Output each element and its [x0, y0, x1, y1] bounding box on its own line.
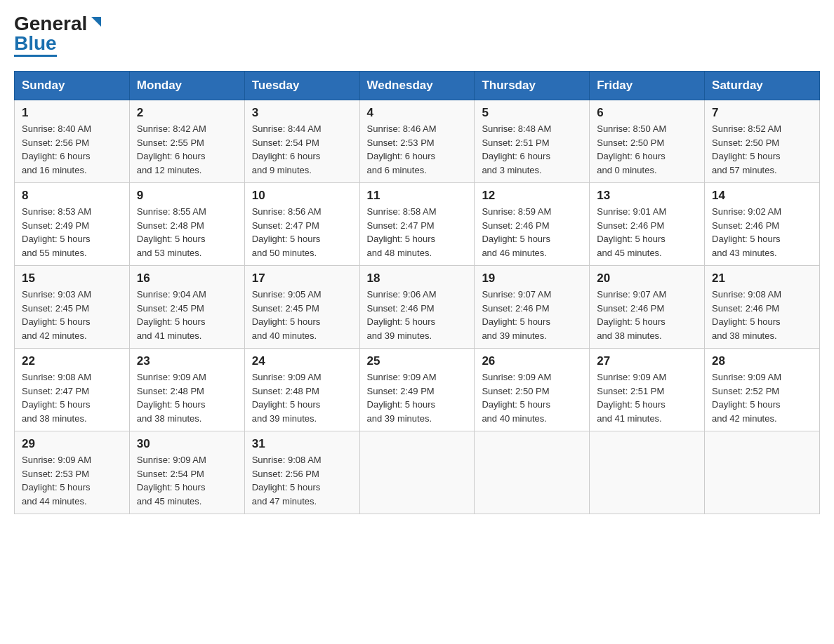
svg-marker-0	[91, 17, 101, 27]
day-number: 31	[252, 437, 352, 451]
calendar-day-cell: 23Sunrise: 9:09 AM Sunset: 2:48 PM Dayli…	[129, 349, 244, 431]
day-number: 5	[482, 106, 582, 120]
day-number: 18	[367, 271, 468, 286]
day-info: Sunrise: 9:09 AM Sunset: 2:53 PM Dayligh…	[22, 453, 122, 508]
calendar-day-cell: 31Sunrise: 9:08 AM Sunset: 2:56 PM Dayli…	[244, 431, 359, 514]
day-number: 13	[597, 189, 697, 203]
calendar-week-row: 22Sunrise: 9:08 AM Sunset: 2:47 PM Dayli…	[15, 349, 820, 431]
calendar-header-row: SundayMondayTuesdayWednesdayThursdayFrid…	[15, 72, 820, 100]
calendar-empty-cell	[705, 431, 820, 514]
day-number: 8	[22, 189, 122, 203]
column-header-monday: Monday	[129, 72, 244, 100]
calendar-week-row: 15Sunrise: 9:03 AM Sunset: 2:45 PM Dayli…	[15, 266, 820, 349]
day-number: 28	[712, 354, 812, 368]
day-number: 4	[367, 106, 468, 120]
day-number: 30	[137, 437, 237, 451]
logo-blue-text: Blue	[14, 34, 57, 53]
day-info: Sunrise: 9:06 AM Sunset: 2:46 PM Dayligh…	[367, 288, 468, 342]
day-info: Sunrise: 9:08 AM Sunset: 2:56 PM Dayligh…	[252, 453, 352, 508]
day-number: 22	[22, 354, 122, 368]
calendar-week-row: 1Sunrise: 8:40 AM Sunset: 2:56 PM Daylig…	[15, 100, 820, 183]
day-info: Sunrise: 9:04 AM Sunset: 2:45 PM Dayligh…	[137, 288, 237, 342]
day-number: 29	[22, 437, 122, 451]
day-number: 1	[22, 106, 122, 120]
day-number: 17	[252, 271, 352, 286]
calendar-week-row: 8Sunrise: 8:53 AM Sunset: 2:49 PM Daylig…	[15, 183, 820, 266]
column-header-wednesday: Wednesday	[359, 72, 475, 100]
day-number: 9	[137, 189, 237, 203]
day-info: Sunrise: 9:01 AM Sunset: 2:46 PM Dayligh…	[597, 205, 697, 260]
day-info: Sunrise: 9:02 AM Sunset: 2:46 PM Dayligh…	[712, 205, 812, 260]
day-info: Sunrise: 8:46 AM Sunset: 2:53 PM Dayligh…	[367, 122, 468, 177]
calendar-day-cell: 24Sunrise: 9:09 AM Sunset: 2:48 PM Dayli…	[244, 349, 359, 431]
day-number: 19	[482, 271, 582, 286]
calendar-empty-cell	[359, 431, 475, 514]
day-info: Sunrise: 9:03 AM Sunset: 2:45 PM Dayligh…	[22, 288, 122, 342]
day-info: Sunrise: 8:50 AM Sunset: 2:50 PM Dayligh…	[597, 122, 697, 177]
day-info: Sunrise: 9:07 AM Sunset: 2:46 PM Dayligh…	[597, 288, 697, 342]
day-info: Sunrise: 9:09 AM Sunset: 2:48 PM Dayligh…	[137, 370, 237, 425]
column-header-tuesday: Tuesday	[244, 72, 359, 100]
logo: General Blue	[14, 14, 104, 57]
calendar-day-cell: 10Sunrise: 8:56 AM Sunset: 2:47 PM Dayli…	[244, 183, 359, 266]
day-info: Sunrise: 9:05 AM Sunset: 2:45 PM Dayligh…	[252, 288, 352, 342]
day-number: 20	[597, 271, 697, 286]
calendar-day-cell: 14Sunrise: 9:02 AM Sunset: 2:46 PM Dayli…	[705, 183, 820, 266]
calendar-day-cell: 25Sunrise: 9:09 AM Sunset: 2:49 PM Dayli…	[359, 349, 475, 431]
day-number: 10	[252, 189, 352, 203]
day-number: 7	[712, 106, 812, 120]
calendar-day-cell: 21Sunrise: 9:08 AM Sunset: 2:46 PM Dayli…	[705, 266, 820, 349]
day-info: Sunrise: 9:09 AM Sunset: 2:50 PM Dayligh…	[482, 370, 582, 425]
calendar-day-cell: 4Sunrise: 8:46 AM Sunset: 2:53 PM Daylig…	[359, 100, 475, 183]
calendar-day-cell: 15Sunrise: 9:03 AM Sunset: 2:45 PM Dayli…	[15, 266, 130, 349]
day-info: Sunrise: 8:48 AM Sunset: 2:51 PM Dayligh…	[482, 122, 582, 177]
column-header-friday: Friday	[590, 72, 705, 100]
calendar-day-cell: 12Sunrise: 8:59 AM Sunset: 2:46 PM Dayli…	[475, 183, 590, 266]
calendar-day-cell: 29Sunrise: 9:09 AM Sunset: 2:53 PM Dayli…	[15, 431, 130, 514]
day-number: 26	[482, 354, 582, 368]
day-number: 27	[597, 354, 697, 368]
day-number: 24	[252, 354, 352, 368]
calendar-day-cell: 1Sunrise: 8:40 AM Sunset: 2:56 PM Daylig…	[15, 100, 130, 183]
day-info: Sunrise: 8:58 AM Sunset: 2:47 PM Dayligh…	[367, 205, 468, 260]
day-info: Sunrise: 8:40 AM Sunset: 2:56 PM Dayligh…	[22, 122, 122, 177]
calendar-day-cell: 27Sunrise: 9:09 AM Sunset: 2:51 PM Dayli…	[590, 349, 705, 431]
calendar-day-cell: 2Sunrise: 8:42 AM Sunset: 2:55 PM Daylig…	[129, 100, 244, 183]
calendar-day-cell: 6Sunrise: 8:50 AM Sunset: 2:50 PM Daylig…	[590, 100, 705, 183]
day-info: Sunrise: 9:09 AM Sunset: 2:48 PM Dayligh…	[252, 370, 352, 425]
logo-triangle-icon	[88, 14, 104, 29]
day-number: 16	[137, 271, 237, 286]
day-number: 25	[367, 354, 468, 368]
logo-underline	[14, 55, 57, 57]
calendar-day-cell: 7Sunrise: 8:52 AM Sunset: 2:50 PM Daylig…	[705, 100, 820, 183]
day-number: 12	[482, 189, 582, 203]
day-info: Sunrise: 9:09 AM Sunset: 2:51 PM Dayligh…	[597, 370, 697, 425]
calendar-day-cell: 17Sunrise: 9:05 AM Sunset: 2:45 PM Dayli…	[244, 266, 359, 349]
calendar-day-cell: 22Sunrise: 9:08 AM Sunset: 2:47 PM Dayli…	[15, 349, 130, 431]
calendar-day-cell: 19Sunrise: 9:07 AM Sunset: 2:46 PM Dayli…	[475, 266, 590, 349]
day-info: Sunrise: 8:55 AM Sunset: 2:48 PM Dayligh…	[137, 205, 237, 260]
calendar-day-cell: 13Sunrise: 9:01 AM Sunset: 2:46 PM Dayli…	[590, 183, 705, 266]
logo-general-text: General	[14, 14, 87, 34]
day-info: Sunrise: 8:59 AM Sunset: 2:46 PM Dayligh…	[482, 205, 582, 260]
day-info: Sunrise: 8:56 AM Sunset: 2:47 PM Dayligh…	[252, 205, 352, 260]
day-info: Sunrise: 9:09 AM Sunset: 2:49 PM Dayligh…	[367, 370, 468, 425]
calendar-day-cell: 28Sunrise: 9:09 AM Sunset: 2:52 PM Dayli…	[705, 349, 820, 431]
day-number: 11	[367, 189, 468, 203]
calendar-day-cell: 5Sunrise: 8:48 AM Sunset: 2:51 PM Daylig…	[475, 100, 590, 183]
calendar-day-cell: 30Sunrise: 9:09 AM Sunset: 2:54 PM Dayli…	[129, 431, 244, 514]
calendar-day-cell: 11Sunrise: 8:58 AM Sunset: 2:47 PM Dayli…	[359, 183, 475, 266]
day-info: Sunrise: 8:53 AM Sunset: 2:49 PM Dayligh…	[22, 205, 122, 260]
calendar-day-cell: 16Sunrise: 9:04 AM Sunset: 2:45 PM Dayli…	[129, 266, 244, 349]
day-info: Sunrise: 9:09 AM Sunset: 2:52 PM Dayligh…	[712, 370, 812, 425]
calendar-day-cell: 8Sunrise: 8:53 AM Sunset: 2:49 PM Daylig…	[15, 183, 130, 266]
calendar-empty-cell	[475, 431, 590, 514]
day-number: 21	[712, 271, 812, 286]
column-header-thursday: Thursday	[475, 72, 590, 100]
calendar-day-cell: 20Sunrise: 9:07 AM Sunset: 2:46 PM Dayli…	[590, 266, 705, 349]
calendar-day-cell: 26Sunrise: 9:09 AM Sunset: 2:50 PM Dayli…	[475, 349, 590, 431]
day-info: Sunrise: 8:42 AM Sunset: 2:55 PM Dayligh…	[137, 122, 237, 177]
calendar-day-cell: 3Sunrise: 8:44 AM Sunset: 2:54 PM Daylig…	[244, 100, 359, 183]
day-info: Sunrise: 8:52 AM Sunset: 2:50 PM Dayligh…	[712, 122, 812, 177]
calendar-table: SundayMondayTuesdayWednesdayThursdayFrid…	[14, 71, 820, 514]
